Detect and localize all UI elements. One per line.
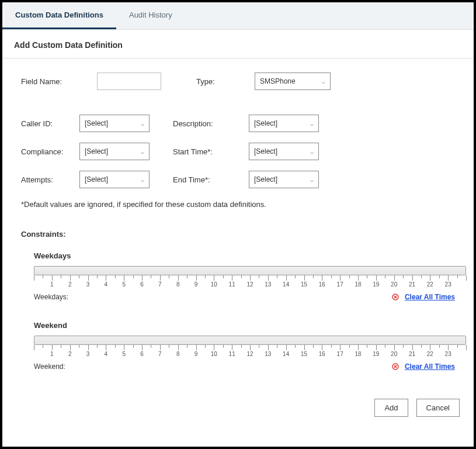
ruler-hour-label: 22	[427, 281, 433, 288]
type-select-value: SMSPhone	[260, 77, 296, 85]
field-name-label: Field Name:	[21, 77, 97, 86]
ruler-hour-label: 15	[301, 281, 307, 288]
ruler-tick	[313, 345, 314, 348]
ruler-hour-label: 13	[265, 281, 271, 288]
add-button[interactable]: Add	[374, 399, 408, 417]
ruler-tick	[196, 345, 197, 350]
ruler-tick	[151, 345, 151, 348]
ruler-tick	[160, 275, 161, 281]
attempts-label: Attempts:	[21, 175, 79, 184]
ruler-tick	[448, 275, 449, 281]
ruler-tick	[88, 345, 89, 350]
ruler-hour-label: 8	[176, 281, 180, 288]
ruler-hour-label: 1	[50, 281, 54, 288]
chevron-down-icon: ⌵	[322, 78, 325, 85]
page-title: Add Custom Data Definition	[2, 30, 474, 58]
ruler-tick	[160, 345, 161, 350]
ruler-tick	[223, 275, 224, 278]
ruler-tick	[331, 345, 332, 348]
ruler-tick	[61, 275, 61, 278]
default-values-note: *Default values are ignored, if specifie…	[21, 200, 455, 209]
ruler-hour-label: 4	[105, 351, 108, 357]
field-name-input[interactable]	[97, 72, 161, 90]
clear-all-times-weekend[interactable]: Clear All Times	[405, 362, 455, 371]
start-time-select-value: [Select]	[254, 147, 277, 156]
ruler-tick	[376, 275, 377, 281]
ruler-tick	[466, 345, 467, 350]
type-select[interactable]: SMSPhone ⌵	[255, 72, 331, 90]
weekdays-heading: Weekdays	[34, 251, 455, 260]
chevron-down-icon: ⌵	[141, 120, 144, 127]
compliance-select-value: [Select]	[85, 147, 108, 156]
ruler-tick	[34, 275, 34, 281]
ruler-hour-label: 8	[176, 351, 180, 357]
description-label: Description:	[173, 119, 249, 128]
ruler-tick	[133, 345, 134, 348]
weekend-ruler: 1234567891011121314151617181920212223	[34, 345, 466, 359]
ruler-hour-label: 18	[355, 281, 361, 288]
attempts-select-value: [Select]	[85, 175, 108, 184]
ruler-tick	[124, 345, 124, 350]
ruler-hour-label: 12	[246, 351, 253, 357]
ruler-hour-label: 10	[211, 281, 217, 288]
ruler-tick	[151, 275, 151, 278]
ruler-tick	[232, 345, 232, 350]
caller-id-select-value: [Select]	[85, 119, 108, 127]
cancel-button[interactable]: Cancel	[416, 399, 460, 417]
ruler-hour-label: 15	[301, 351, 307, 357]
ruler-hour-label: 17	[337, 281, 343, 288]
ruler-tick	[79, 345, 79, 348]
ruler-hour-label: 14	[283, 281, 289, 288]
weekend-footer-label: Weekend:	[34, 362, 65, 371]
weekdays-footer-label: Weekdays:	[34, 293, 68, 301]
tab-custom-data-definitions[interactable]: Custom Data Definitions	[2, 2, 116, 29]
type-label: Type:	[196, 77, 255, 86]
end-time-select-value: [Select]	[254, 175, 277, 184]
ruler-tick	[79, 275, 79, 278]
ruler-tick	[187, 345, 187, 348]
start-time-label: Start Time*:	[173, 147, 249, 156]
ruler-tick	[133, 275, 134, 278]
ruler-tick	[322, 275, 322, 281]
ruler-hour-label: 21	[409, 281, 415, 288]
ruler-tick	[115, 275, 116, 278]
ruler-hour-label: 22	[427, 351, 433, 357]
ruler-hour-label: 5	[122, 351, 126, 357]
weekdays-timeline[interactable]	[34, 266, 466, 275]
ruler-tick	[349, 345, 350, 348]
ruler-tick	[178, 345, 179, 350]
ruler-tick	[232, 275, 232, 281]
clear-all-times-weekdays[interactable]: Clear All Times	[405, 293, 455, 301]
ruler-hour-label: 3	[86, 351, 90, 357]
ruler-hour-label: 6	[140, 281, 144, 288]
description-select[interactable]: [Select] ⌵	[249, 115, 319, 132]
start-time-select[interactable]: [Select] ⌵	[249, 143, 319, 160]
ruler-tick	[61, 345, 61, 348]
end-time-label: End Time*:	[173, 175, 249, 184]
attempts-select[interactable]: [Select] ⌵	[79, 171, 150, 188]
caller-id-label: Caller ID:	[21, 119, 79, 128]
ruler-tick	[322, 345, 322, 350]
description-select-value: [Select]	[254, 119, 277, 127]
ruler-tick	[142, 345, 143, 350]
ruler-tick	[205, 275, 206, 278]
ruler-tick	[142, 275, 143, 281]
tab-audit-history[interactable]: Audit History	[116, 2, 185, 29]
ruler-hour-label: 5	[122, 281, 126, 288]
ruler-hour-label: 19	[373, 351, 379, 357]
ruler-hour-label: 19	[373, 281, 379, 288]
compliance-select[interactable]: [Select] ⌵	[79, 143, 150, 160]
ruler-tick	[277, 275, 277, 278]
ruler-tick	[250, 275, 251, 281]
caller-id-select[interactable]: [Select] ⌵	[79, 115, 150, 132]
chevron-down-icon: ⌵	[310, 148, 314, 155]
clear-icon	[392, 363, 399, 370]
ruler-hour-label: 20	[391, 281, 397, 288]
ruler-hour-label: 11	[229, 281, 235, 288]
ruler-hour-label: 6	[140, 351, 144, 357]
end-time-select[interactable]: [Select] ⌵	[249, 171, 319, 188]
weekend-timeline[interactable]	[34, 336, 466, 345]
ruler-tick	[304, 345, 305, 350]
ruler-tick	[295, 345, 296, 348]
compliance-label: Compliance:	[21, 147, 79, 156]
